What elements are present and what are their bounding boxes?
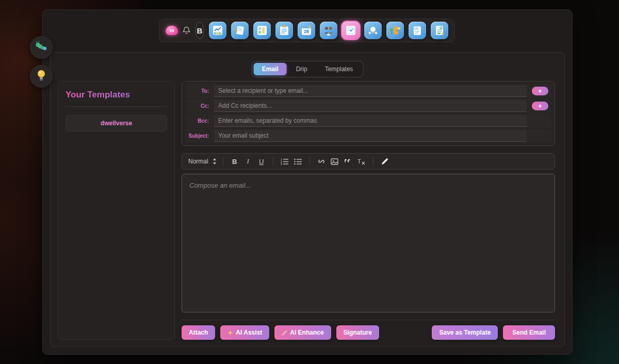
updown-arrows-icon [213, 158, 217, 164]
email-body-editor[interactable]: Compose an email... [182, 174, 555, 312]
ordered-list-icon[interactable]: 123 [280, 156, 290, 167]
signature-button[interactable]: Signature [336, 325, 379, 340]
tab-drip[interactable]: Drip [288, 63, 316, 75]
bullet-list-icon[interactable] [293, 156, 303, 167]
ai-credits-count: 19 [170, 28, 174, 33]
main-window: Email Drip Templates Your Templates dwel… [42, 9, 573, 355]
to-input[interactable] [214, 85, 527, 97]
brain-icon: 19 [166, 26, 178, 35]
svg-text:28: 28 [304, 29, 309, 34]
composer-actions: Attach AI Assist AI Enhance Signature Sa… [182, 320, 555, 340]
underline-button[interactable]: U [256, 156, 267, 167]
content-panel: Email Drip Templates Your Templates dwel… [50, 52, 565, 347]
image-icon[interactable] [330, 156, 340, 167]
feedback-bug-button[interactable] [30, 36, 53, 59]
recipient-fields: To: + Cc: + Bcc: Subject: [182, 81, 555, 146]
ai-enhance-button[interactable]: AI Enhance [274, 325, 331, 340]
app-icon-email[interactable] [342, 22, 360, 39]
composer-mode-tabs: Email Drip Templates [252, 61, 364, 77]
app-icon-documents[interactable] [409, 22, 426, 39]
subject-label: Subject: [188, 133, 214, 139]
template-item-dwellverse[interactable]: dwellverse [66, 115, 167, 131]
templates-panel: Your Templates dwellverse [58, 81, 175, 340]
paragraph-style-select[interactable]: Normal [188, 158, 217, 165]
toolbar-divider [373, 157, 373, 166]
caterpillar-icon [35, 41, 48, 54]
attach-button[interactable]: Attach [182, 325, 215, 340]
subject-row: Subject: [185, 129, 551, 143]
formatting-toolbar: Normal B I U 123 [182, 153, 555, 170]
app-icon-contacts[interactable] [320, 22, 337, 39]
magic-wand-icon [282, 330, 287, 336]
italic-button[interactable]: I [243, 156, 253, 167]
email-body-placeholder: Compose an email... [189, 181, 251, 189]
toolbar-divider [223, 157, 223, 166]
user-avatar[interactable]: B [195, 22, 204, 39]
tab-email[interactable]: Email [254, 63, 287, 75]
email-composer: To: + Cc: + Bcc: Subject: [182, 81, 555, 340]
bold-button[interactable]: B [230, 156, 240, 167]
pencil-icon[interactable] [380, 156, 390, 167]
app-icon-ideas[interactable] [364, 22, 382, 39]
toolbar-divider [310, 157, 310, 166]
templates-panel-title: Your Templates [66, 90, 167, 107]
ideas-tip-button[interactable] [30, 65, 53, 88]
to-label: To: [188, 88, 214, 94]
send-email-button[interactable]: Send Email [503, 325, 555, 340]
ai-credits-button[interactable]: 19 [166, 24, 178, 37]
add-recipient-button[interactable]: + [532, 87, 548, 95]
app-icon-analytics[interactable] [209, 22, 226, 39]
app-icon-kanban[interactable] [253, 22, 271, 39]
svg-text:3: 3 [281, 162, 282, 165]
ai-assist-button[interactable]: AI Assist [220, 325, 269, 340]
save-as-template-button[interactable]: Save as Template [432, 325, 498, 340]
toolbar-divider [273, 157, 273, 166]
to-row: To: + [185, 84, 551, 98]
link-icon[interactable] [316, 156, 327, 167]
clear-formatting-icon[interactable]: T [356, 156, 367, 167]
tab-templates[interactable]: Templates [317, 63, 362, 75]
bcc-row: Bcc: [185, 114, 551, 128]
cc-input[interactable] [214, 100, 527, 112]
add-cc-button[interactable]: + [532, 102, 548, 110]
app-icon-billing[interactable] [431, 22, 448, 39]
paragraph-style-value: Normal [188, 158, 208, 165]
bcc-label: Bcc: [188, 118, 214, 124]
cc-row: Cc: + [185, 99, 551, 113]
app-icon-calendar[interactable]: 28 [298, 22, 315, 39]
svg-text:T: T [357, 158, 361, 164]
cc-label: Cc: [188, 103, 214, 109]
app-icon-campaigns[interactable] [231, 22, 249, 39]
blockquote-icon[interactable] [343, 156, 353, 167]
app-dock: 19 B 28 [159, 19, 455, 42]
notifications-bell-icon[interactable] [183, 25, 190, 36]
app-icon-clipboard[interactable] [275, 22, 293, 39]
app-icon-growth[interactable] [386, 22, 404, 39]
lightbulb-icon [36, 69, 46, 84]
subject-input[interactable] [214, 130, 527, 142]
sparkles-icon [227, 330, 233, 336]
bcc-input[interactable] [214, 115, 527, 127]
